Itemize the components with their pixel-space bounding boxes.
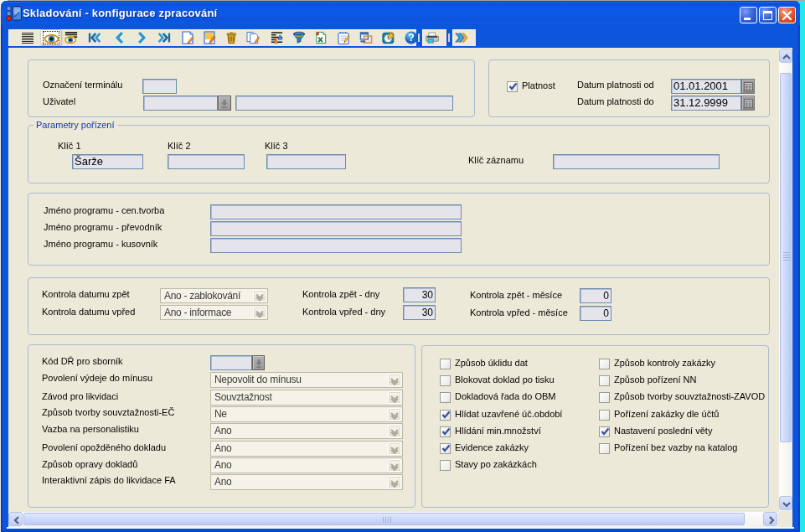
svg-text:?: ? [408, 32, 414, 44]
